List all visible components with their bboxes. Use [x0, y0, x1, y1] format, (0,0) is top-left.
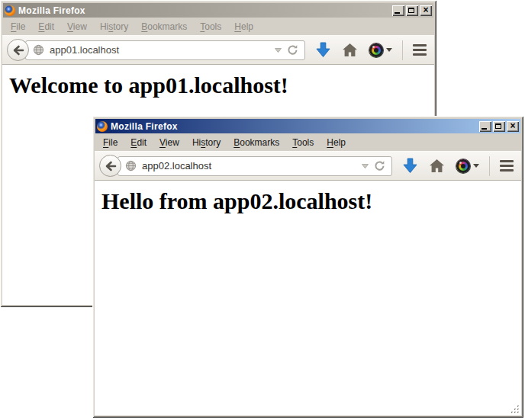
back-button[interactable]: [7, 39, 29, 61]
maximize-icon: [408, 8, 414, 13]
dropdown-caret-icon: [473, 164, 479, 168]
reload-icon: [287, 44, 298, 56]
home-icon: [343, 43, 357, 56]
firefox-window-app02: Mozilla Firefox × FileEditViewHistoryBoo…: [92, 116, 523, 418]
maximize-button[interactable]: [406, 5, 418, 16]
firefox-logo-icon: [97, 121, 108, 132]
minimize-button[interactable]: [392, 5, 404, 16]
addon-button[interactable]: [456, 159, 479, 173]
page-heading: Welcome to app01.localhost!: [9, 72, 434, 98]
menu-item-edit[interactable]: Edit: [125, 136, 152, 149]
toolbar-icons: [403, 156, 514, 176]
urlbar-dropdown-icon: [361, 163, 369, 169]
url-bar[interactable]: app01.localhost: [25, 40, 305, 60]
hamburger-menu-icon: [413, 49, 427, 51]
desktop: Mozilla Firefox × FileEditViewHistoryBoo…: [0, 0, 525, 420]
hamburger-menu-icon: [500, 169, 514, 172]
globe-favicon-icon[interactable]: [33, 44, 44, 56]
toolbar-separator: [489, 156, 490, 176]
menu-item-edit[interactable]: Edit: [33, 20, 60, 34]
minimize-button[interactable]: [479, 121, 491, 132]
minimize-icon: [395, 12, 400, 14]
back-icon: [105, 160, 117, 172]
menu-item-file[interactable]: File: [98, 136, 123, 149]
urlbar-dropdown-button[interactable]: [359, 163, 372, 169]
download-button[interactable]: [403, 158, 417, 174]
back-button[interactable]: [99, 155, 121, 177]
resize-grip[interactable]: [510, 404, 520, 415]
reload-icon: [374, 160, 385, 172]
menu-item-help[interactable]: Help: [321, 136, 351, 149]
colorwheel-addon-icon: [369, 43, 383, 57]
menu-bar: FileEditViewHistoryBookmarksToolsHelp: [95, 133, 521, 151]
maximize-icon: [495, 123, 501, 129]
url-value: app01.localhost: [50, 44, 272, 56]
hamburger-menu-icon: [500, 165, 514, 167]
close-icon: ×: [423, 6, 428, 14]
page-heading: Hello from app02.localhost!: [101, 188, 521, 213]
window-controls: ×: [479, 121, 519, 132]
download-icon: [316, 42, 330, 58]
close-button[interactable]: ×: [507, 121, 519, 132]
dropdown-caret-icon: [386, 48, 392, 52]
window-title: Mozilla Firefox: [18, 5, 85, 16]
window-title: Mozilla Firefox: [111, 121, 178, 132]
toolbar-icons: [316, 40, 427, 60]
menu-bar: FileEditViewHistoryBookmarksToolsHelp: [2, 18, 434, 35]
menu-item-file[interactable]: File: [5, 20, 31, 34]
navigation-toolbar: app02.localhost: [95, 151, 521, 181]
menu-item-tools[interactable]: Tools: [287, 136, 319, 149]
firefox-logo-icon: [5, 5, 15, 16]
home-button[interactable]: [430, 159, 444, 172]
maximize-button[interactable]: [493, 121, 505, 132]
hamburger-menu-icon: [413, 53, 427, 56]
title-bar[interactable]: Mozilla Firefox ×: [3, 3, 433, 18]
home-button[interactable]: [343, 43, 357, 56]
reload-button[interactable]: [372, 160, 388, 172]
home-icon: [430, 159, 444, 172]
download-button[interactable]: [316, 42, 330, 58]
minimize-icon: [482, 128, 487, 130]
menu-item-history[interactable]: History: [95, 20, 134, 34]
window-controls: ×: [392, 5, 432, 16]
menu-button[interactable]: [500, 160, 514, 172]
hamburger-menu-icon: [413, 44, 427, 46]
menu-item-view[interactable]: View: [62, 20, 92, 34]
menu-item-view[interactable]: View: [154, 136, 185, 149]
menu-item-history[interactable]: History: [187, 136, 226, 149]
menu-item-help[interactable]: Help: [229, 20, 259, 34]
addon-button[interactable]: [369, 43, 392, 57]
url-value: app02.localhost: [142, 160, 359, 172]
hamburger-menu-icon: [500, 160, 514, 162]
close-button[interactable]: ×: [420, 5, 432, 16]
urlbar-dropdown-button[interactable]: [272, 47, 285, 53]
reload-button[interactable]: [285, 44, 301, 56]
page-content: Hello from app02.localhost!: [95, 181, 521, 415]
urlbar-dropdown-icon: [274, 47, 282, 53]
menu-item-tools[interactable]: Tools: [195, 20, 227, 34]
navigation-toolbar: app01.localhost: [2, 35, 434, 65]
back-icon: [12, 44, 24, 56]
download-icon: [403, 158, 417, 174]
menu-button[interactable]: [413, 44, 427, 56]
colorwheel-addon-icon: [456, 159, 470, 173]
globe-favicon-icon[interactable]: [125, 160, 137, 172]
menu-item-bookmarks[interactable]: Bookmarks: [136, 20, 192, 34]
url-bar[interactable]: app02.localhost: [118, 156, 392, 176]
menu-item-bookmarks[interactable]: Bookmarks: [228, 136, 285, 149]
toolbar-separator: [402, 40, 403, 60]
close-icon: ×: [510, 122, 515, 130]
title-bar[interactable]: Mozilla Firefox ×: [95, 119, 520, 133]
